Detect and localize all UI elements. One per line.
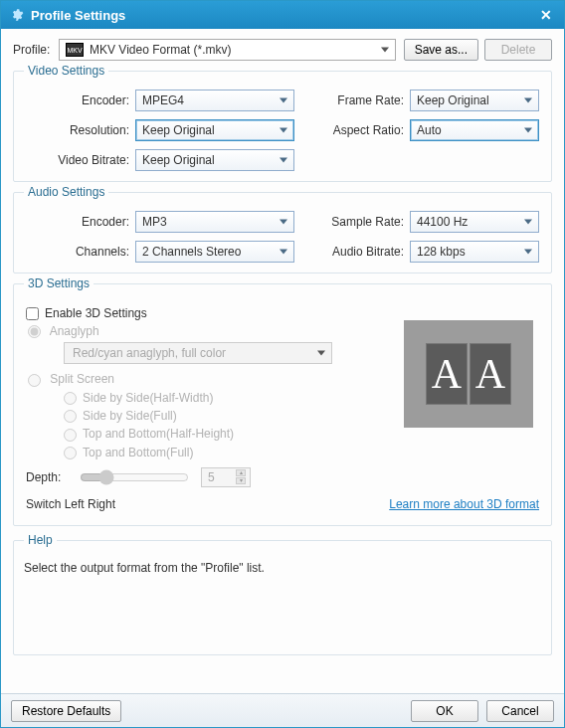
video-bitrate-select[interactable]: Keep Original [135, 149, 294, 171]
help-legend: Help [24, 533, 57, 547]
video-settings-group: Video Settings Encoder: MPEG4 Frame Rate… [13, 71, 552, 182]
switch-left-right-label: Switch Left Right [26, 497, 115, 511]
video-settings-legend: Video Settings [24, 64, 108, 78]
split-screen-radio: Split Screen [28, 372, 114, 386]
footer: Restore Defaults OK Cancel [1, 693, 564, 727]
chevron-down-icon [524, 98, 532, 103]
settings-icon [9, 7, 25, 23]
audio-bitrate-select[interactable]: 128 kbps [410, 241, 539, 263]
3d-preview: A A [404, 320, 533, 428]
tab-full-radio: Top and Bottom(Full) [64, 446, 539, 459]
3d-settings-group: 3D Settings A A Enable 3D Settings Anagl… [13, 283, 552, 526]
help-group: Help Select the output format from the "… [13, 540, 552, 655]
frame-rate-label: Frame Rate: [310, 93, 410, 107]
ok-button[interactable]: OK [411, 700, 478, 722]
chevron-down-icon [524, 250, 532, 255]
audio-settings-group: Audio Settings Encoder: MP3 Sample Rate:… [13, 192, 552, 273]
restore-defaults-button[interactable]: Restore Defaults [11, 700, 121, 722]
learn-more-3d-link[interactable]: Learn more about 3D format [389, 497, 539, 511]
video-encoder-select[interactable]: MPEG4 [135, 90, 294, 111]
audio-bitrate-label: Audio Bitrate: [310, 245, 410, 259]
chevron-down-icon [280, 158, 287, 163]
tab-half-radio: Top and Bottom(Half-Height) [64, 427, 539, 441]
audio-encoder-label: Encoder: [26, 215, 135, 229]
channels-label: Channels: [26, 245, 135, 259]
cancel-button[interactable]: Cancel [486, 700, 554, 722]
window-title: Profile Settings [31, 8, 536, 23]
chevron-down-icon [280, 250, 287, 255]
profile-value: MKV Video Format (*.mkv) [90, 43, 231, 57]
enable-3d-checkbox[interactable]: Enable 3D Settings [26, 306, 539, 320]
depth-slider [80, 469, 189, 485]
audio-settings-legend: Audio Settings [24, 185, 108, 199]
aspect-ratio-label: Aspect Ratio: [310, 123, 410, 137]
help-text: Select the output format from the "Profi… [24, 561, 541, 575]
profile-row: Profile: MKV MKV Video Format (*.mkv) Sa… [13, 39, 552, 61]
profile-select[interactable]: MKV MKV Video Format (*.mkv) [59, 39, 396, 61]
save-as-button[interactable]: Save as... [404, 39, 478, 61]
preview-left-glyph: A [426, 343, 468, 405]
3d-settings-legend: 3D Settings [24, 276, 94, 290]
delete-button: Delete [484, 39, 552, 61]
3d-preview-box: A A [404, 320, 533, 428]
profile-label: Profile: [13, 43, 59, 57]
anaglyph-radio-input [28, 325, 41, 338]
channels-select[interactable]: 2 Channels Stereo [135, 241, 294, 263]
close-button[interactable]: ✕ [536, 5, 556, 25]
anaglyph-mode-select: Red/cyan anaglyph, full color [64, 342, 332, 364]
frame-rate-select[interactable]: Keep Original [410, 90, 539, 111]
preview-right-glyph: A [470, 343, 511, 405]
split-screen-radio-input [28, 374, 41, 387]
titlebar: Profile Settings ✕ [1, 1, 564, 29]
chevron-down-icon [280, 128, 287, 133]
mkv-icon: MKV [66, 43, 84, 57]
aspect-ratio-select[interactable]: Auto [410, 119, 539, 141]
anaglyph-radio: Anaglyph [28, 324, 99, 338]
resolution-select[interactable]: Keep Original [135, 119, 294, 141]
chevron-down-icon [381, 48, 389, 53]
video-bitrate-label: Video Bitrate: [26, 153, 135, 167]
enable-3d-input[interactable] [26, 307, 39, 320]
depth-label: Depth: [26, 470, 80, 484]
content-area: Profile: MKV MKV Video Format (*.mkv) Sa… [1, 29, 564, 693]
chevron-down-icon [280, 220, 287, 225]
resolution-label: Resolution: [26, 123, 135, 137]
chevron-down-icon [524, 128, 532, 133]
chevron-down-icon [280, 98, 287, 103]
chevron-down-icon [524, 220, 532, 225]
video-encoder-label: Encoder: [26, 93, 135, 107]
profile-settings-window: Profile Settings ✕ Profile: MKV MKV Vide… [0, 0, 565, 728]
sample-rate-select[interactable]: 44100 Hz [410, 211, 539, 233]
depth-spinner: 5 ▴▾ [201, 467, 251, 487]
audio-encoder-select[interactable]: MP3 [135, 211, 294, 233]
sample-rate-label: Sample Rate: [310, 215, 410, 229]
chevron-down-icon [317, 351, 325, 356]
